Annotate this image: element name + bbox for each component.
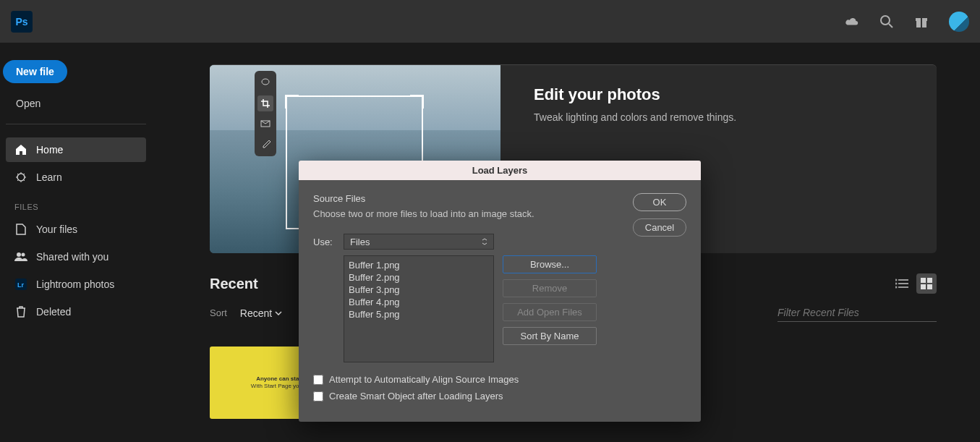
use-select[interactable]: Files	[344, 234, 494, 250]
checkbox-label: Attempt to Automatically Align Source Im…	[329, 374, 519, 385]
sort-label: Sort	[210, 307, 227, 318]
svg-point-23	[895, 279, 898, 281]
svg-rect-27	[927, 278, 932, 283]
svg-point-14	[17, 252, 21, 257]
lasso-icon	[257, 75, 273, 91]
trash-icon	[14, 305, 27, 318]
file-icon	[14, 223, 27, 236]
nav-learn[interactable]: Learn	[6, 165, 146, 190]
list-item[interactable]: Buffer 5.png	[349, 308, 489, 320]
svg-rect-26	[921, 278, 926, 283]
nav-label: Lightroom photos	[36, 279, 114, 290]
smart-object-checkbox[interactable]: Create Smart Object after Loading Layers	[313, 391, 621, 401]
use-label: Use:	[313, 237, 335, 247]
nav-label: Deleted	[36, 306, 71, 318]
nav-lightroom[interactable]: Lr Lightroom photos	[6, 272, 146, 297]
sidebar: New file Open Home Learn FILES Your file…	[0, 43, 152, 442]
nav-label: Learn	[36, 171, 62, 183]
lightroom-icon: Lr	[14, 278, 27, 291]
hero-title: Edit your photos	[534, 85, 736, 104]
recent-heading: Recent	[210, 276, 258, 292]
sort-select[interactable]: Recent	[240, 307, 282, 319]
use-value: Files	[350, 237, 370, 247]
svg-line-1	[889, 24, 892, 27]
logo-text: Ps	[15, 16, 27, 27]
nav-label: Your files	[36, 224, 77, 235]
topbar: Ps	[0, 0, 980, 43]
avatar[interactable]	[949, 12, 969, 32]
list-item[interactable]: Buffer 4.png	[349, 296, 489, 308]
svg-point-15	[22, 253, 25, 257]
files-listbox[interactable]: Buffer 1.png Buffer 2.png Buffer 3.png B…	[344, 255, 494, 362]
nav-label: Shared with you	[36, 251, 108, 263]
hero-subtitle: Tweak lighting and colors and remove thi…	[534, 111, 736, 123]
hero-toolstrip	[255, 71, 276, 156]
cloud-icon[interactable]	[845, 14, 859, 29]
svg-rect-29	[927, 284, 932, 289]
list-view-button[interactable]	[892, 273, 912, 294]
shared-icon	[14, 250, 27, 263]
svg-point-18	[262, 79, 269, 85]
crop-icon	[257, 95, 273, 111]
learn-icon	[14, 171, 27, 184]
list-item[interactable]: Buffer 1.png	[349, 259, 489, 271]
svg-line-11	[24, 180, 25, 182]
open-button[interactable]: Open	[6, 90, 49, 116]
browse-button[interactable]: Browse...	[503, 255, 597, 273]
select-arrows-icon	[482, 238, 487, 245]
auto-align-checkbox[interactable]: Attempt to Automatically Align Source Im…	[313, 374, 621, 385]
ok-button[interactable]: OK	[633, 193, 686, 211]
svg-rect-28	[921, 284, 926, 289]
nav-home[interactable]: Home	[6, 137, 146, 162]
dialog-description: Choose two or more files to load into an…	[313, 208, 621, 219]
checkbox-label: Create Smart Object after Loading Layers	[329, 391, 503, 401]
envelope-icon	[257, 116, 273, 132]
svg-line-12	[24, 174, 25, 175]
list-item[interactable]: Buffer 2.png	[349, 271, 489, 284]
svg-line-10	[17, 174, 19, 175]
search-icon[interactable]	[879, 14, 894, 29]
dialog-title: Load Layers	[299, 161, 701, 180]
remove-button: Remove	[503, 279, 597, 297]
svg-rect-4	[921, 18, 922, 27]
new-file-button[interactable]: New file	[3, 60, 67, 83]
checkbox-input[interactable]	[313, 375, 323, 385]
chevron-down-icon	[275, 311, 282, 315]
divider	[6, 124, 146, 124]
app-logo: Ps	[11, 11, 33, 33]
svg-point-0	[881, 16, 890, 25]
nav-your-files[interactable]: Your files	[6, 217, 146, 242]
gift-icon[interactable]	[914, 14, 929, 29]
add-open-files-button: Add Open Files	[503, 303, 597, 321]
filter-input[interactable]	[777, 304, 937, 322]
load-layers-dialog: Load Layers Source Files Choose two or m…	[299, 161, 701, 422]
grid-view-button[interactable]	[916, 273, 937, 294]
eyedropper-icon	[257, 136, 273, 152]
svg-text:Lr: Lr	[17, 281, 24, 289]
home-icon	[14, 143, 27, 156]
nav-deleted[interactable]: Deleted	[6, 299, 146, 324]
svg-point-24	[895, 283, 898, 285]
files-section-label: FILES	[6, 192, 146, 217]
list-item[interactable]: Buffer 3.png	[349, 284, 489, 296]
source-files-label: Source Files	[313, 193, 621, 204]
sort-by-name-button[interactable]: Sort By Name	[503, 327, 597, 345]
svg-line-13	[17, 180, 19, 182]
nav-shared[interactable]: Shared with you	[6, 245, 146, 269]
checkbox-input[interactable]	[313, 391, 323, 401]
nav-label: Home	[36, 144, 63, 156]
svg-point-25	[895, 286, 898, 289]
cancel-button[interactable]: Cancel	[633, 218, 686, 237]
sort-value: Recent	[240, 307, 272, 319]
